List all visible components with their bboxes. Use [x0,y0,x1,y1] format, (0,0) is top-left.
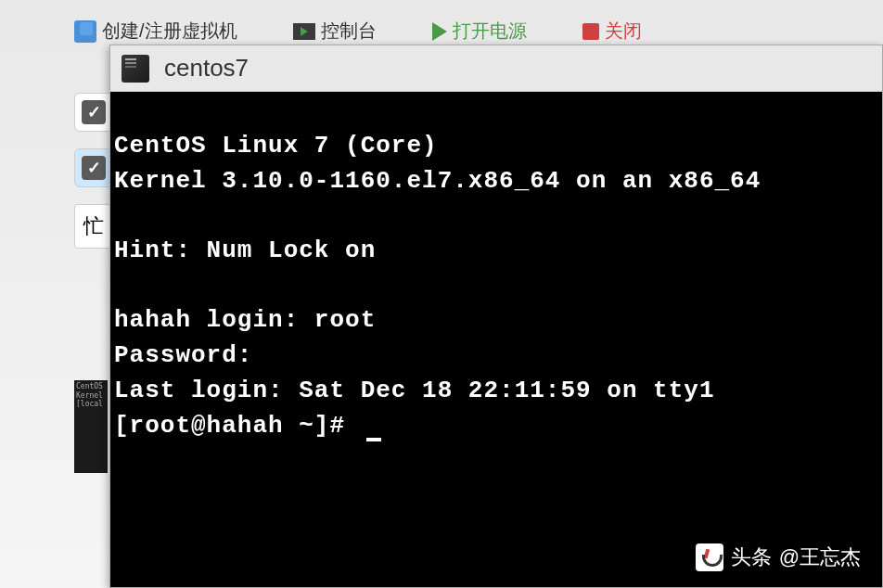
power-on-label: 打开电源 [453,19,527,44]
vm-thumbnail[interactable]: CentOS Kernel [local [74,380,108,473]
sidebar-button-label: 忙 [83,212,104,240]
terminal-prompt: [root@hahah ~]# [114,412,361,440]
window-title: centos7 [164,54,249,83]
terminal-line-kernel: Kernel 3.10.0-1160.el7.x86_64 on an x86_… [114,167,761,195]
terminal-line-login: hahah login: root [114,306,376,334]
checkmark-icon: ✓ [82,156,106,180]
terminal-window: centos7 CentOS Linux 7 (Core) Kernel 3.1… [109,45,883,588]
vm-toolbar: 创建/注册虚拟机 控制台 打开电源 关闭 [74,19,642,44]
watermark-user: @王忘杰 [779,543,861,571]
watermark-brand: 头条 [731,543,772,571]
shutdown-button[interactable]: 关闭 [582,19,642,44]
sidebar-button[interactable]: 忙 [74,204,113,249]
terminal-line-password: Password: [114,341,252,369]
window-titlebar[interactable]: centos7 [110,45,882,92]
terminal-line-hint: Hint: Num Lock on [114,236,376,264]
console-button[interactable]: 控制台 [293,19,377,44]
console-label: 控制台 [321,19,377,44]
vm-checkbox-2[interactable]: ✓ [74,148,113,187]
terminal-icon [122,55,149,83]
toutiao-logo-icon [696,543,723,571]
power-on-button[interactable]: 打开电源 [432,19,527,44]
terminal-line-os: CentOS Linux 7 (Core) [114,132,438,160]
terminal-cursor [366,438,381,441]
thumbnail-preview: CentOS Kernel [local [74,380,108,473]
create-vm-label: 创建/注册虚拟机 [102,19,237,44]
terminal-content[interactable]: CentOS Linux 7 (Core) Kernel 3.10.0-1160… [110,92,882,587]
play-icon [432,22,447,41]
checkmark-icon: ✓ [82,100,106,124]
vm-checkbox-1[interactable]: ✓ [74,93,113,132]
shutdown-label: 关闭 [605,19,642,44]
terminal-line-lastlogin: Last login: Sat Dec 18 22:11:59 on tty1 [114,377,715,404]
create-vm-icon [74,20,96,43]
console-icon [293,23,315,40]
create-vm-button[interactable]: 创建/注册虚拟机 [74,19,237,44]
watermark: 头条 @王忘杰 [696,543,861,571]
stop-icon [582,23,599,40]
